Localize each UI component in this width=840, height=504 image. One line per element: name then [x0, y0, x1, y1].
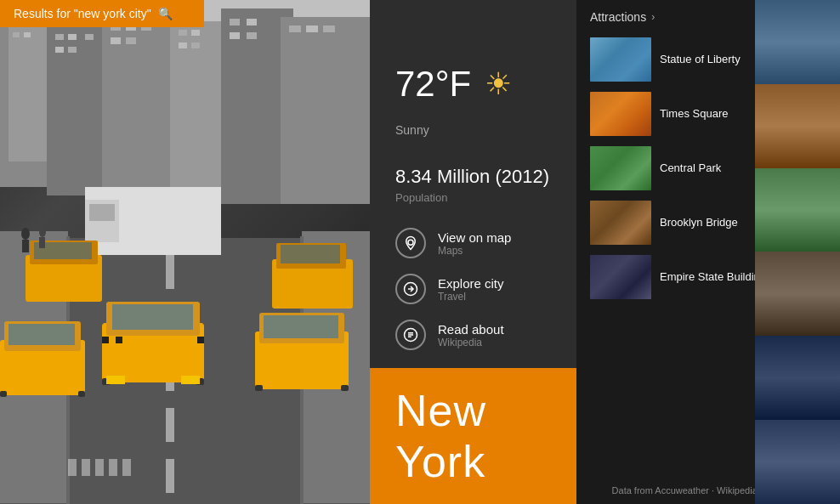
population-value: 8.34 Million (2012) — [395, 166, 551, 188]
action-read[interactable]: Read about Wikipedia — [395, 320, 551, 350]
data-source-label: Data from — [612, 485, 653, 496]
svg-rect-79 — [82, 459, 90, 476]
svg-rect-24 — [179, 42, 187, 48]
side-photo-6 — [755, 420, 840, 504]
svg-rect-14 — [85, 34, 94, 40]
svg-rect-26 — [230, 19, 240, 25]
attractions-label: Attractions — [590, 10, 646, 24]
svg-rect-34 — [166, 255, 174, 289]
city-name: New York — [395, 385, 551, 487]
city-photo-panel — [0, 0, 370, 504]
svg-rect-16 — [68, 47, 77, 53]
svg-rect-53 — [102, 337, 109, 343]
statue-thumbnail — [590, 37, 651, 82]
svg-rect-22 — [179, 30, 187, 36]
svg-rect-51 — [106, 376, 125, 384]
svg-rect-52 — [181, 376, 200, 384]
svg-rect-21 — [126, 37, 136, 44]
svg-rect-54 — [109, 337, 116, 343]
svg-rect-75 — [22, 240, 29, 252]
svg-rect-56 — [122, 337, 129, 343]
explore-icon — [395, 274, 426, 304]
side-photo-5 — [755, 336, 840, 420]
svg-rect-30 — [289, 25, 301, 32]
population-label: Population — [395, 191, 551, 204]
explore-sub: Travel — [438, 291, 504, 303]
svg-rect-28 — [230, 32, 240, 39]
brooklyn-thumbnail — [590, 201, 651, 245]
svg-rect-15 — [55, 47, 64, 53]
svg-rect-78 — [68, 459, 77, 476]
action-map[interactable]: View on map Maps — [395, 228, 551, 258]
svg-rect-25 — [191, 42, 200, 48]
svg-rect-65 — [264, 315, 338, 338]
side-photo-4 — [755, 252, 840, 336]
svg-rect-60 — [9, 324, 75, 345]
weather-condition: Sunny — [395, 123, 551, 137]
svg-rect-29 — [247, 32, 257, 39]
central-name: Central Park — [660, 161, 721, 176]
svg-rect-10 — [13, 32, 20, 37]
city-title-bar: New York — [370, 368, 576, 504]
weather-section: 72°F ☀ — [395, 64, 551, 105]
empire-name: Empire State Building — [660, 270, 766, 285]
search-label: Results for "new york city" — [14, 7, 151, 20]
weather-icon: ☀ — [485, 66, 512, 102]
svg-rect-23 — [191, 30, 200, 36]
explore-title: Explore city — [438, 276, 504, 291]
search-icon: 🔍 — [158, 7, 173, 20]
temperature: 72°F — [395, 64, 471, 105]
action-explore[interactable]: Explore city Travel — [395, 274, 551, 304]
svg-rect-31 — [306, 25, 318, 32]
side-photos — [755, 0, 840, 504]
times-thumbnail — [590, 92, 651, 136]
side-photo-1 — [755, 0, 840, 84]
central-thumbnail — [590, 146, 651, 190]
svg-rect-61 — [0, 391, 7, 397]
svg-rect-7 — [281, 17, 370, 204]
svg-rect-45 — [89, 204, 115, 221]
svg-rect-27 — [247, 19, 257, 25]
svg-rect-66 — [255, 385, 263, 391]
population-section: 8.34 Million (2012) Population — [395, 166, 551, 204]
svg-rect-77 — [39, 237, 45, 248]
svg-rect-32 — [323, 25, 335, 32]
side-photo-2 — [755, 84, 840, 168]
svg-point-74 — [21, 228, 30, 240]
chevron-right-icon: › — [651, 11, 655, 23]
svg-rect-38 — [166, 459, 174, 493]
brooklyn-name: Brooklyn Bridge — [660, 216, 738, 230]
svg-rect-62 — [78, 391, 85, 397]
svg-rect-67 — [341, 385, 349, 391]
svg-rect-82 — [122, 459, 131, 476]
svg-point-83 — [408, 240, 413, 245]
svg-rect-48 — [112, 304, 193, 330]
side-photo-3 — [755, 168, 840, 252]
svg-point-76 — [39, 227, 46, 237]
svg-rect-20 — [111, 37, 121, 44]
times-name: Times Square — [660, 107, 728, 122]
svg-rect-37 — [166, 408, 174, 442]
read-icon — [395, 320, 426, 350]
map-title: View on map — [438, 230, 511, 245]
search-bar[interactable]: Results for "new york city" 🔍 — [0, 0, 204, 27]
statue-name: Statue of Liberty — [660, 53, 741, 67]
map-icon — [395, 228, 426, 258]
empire-thumbnail — [590, 255, 651, 299]
svg-rect-12 — [55, 34, 64, 40]
svg-rect-2 — [9, 8, 51, 161]
read-title: Read about — [438, 322, 504, 337]
svg-rect-55 — [116, 337, 122, 343]
map-sub: Maps — [438, 245, 511, 257]
svg-rect-57 — [197, 337, 204, 343]
svg-rect-73 — [281, 245, 340, 263]
read-sub: Wikipedia — [438, 337, 504, 348]
svg-rect-13 — [68, 34, 77, 40]
svg-rect-80 — [95, 459, 104, 476]
svg-rect-81 — [109, 459, 117, 476]
svg-rect-11 — [24, 32, 31, 37]
